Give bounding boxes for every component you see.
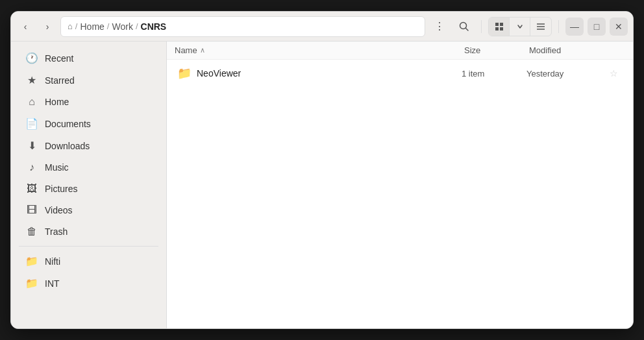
sidebar-label-downloads: Downloads	[45, 141, 90, 151]
trash-icon: 🗑	[25, 226, 38, 237]
sidebar-item-recent[interactable]: 🕐 Recent	[15, 47, 162, 69]
sidebar-item-nifti[interactable]: 📁 Nifti	[15, 250, 162, 272]
view-dropdown-button[interactable]	[510, 18, 530, 36]
sidebar-item-documents[interactable]: 📄 Documents	[15, 113, 162, 134]
list-icon	[536, 22, 545, 31]
downloads-icon: ⬇	[25, 140, 38, 152]
minimize-button[interactable]: —	[565, 18, 584, 36]
svg-line-1	[466, 28, 469, 30]
modified-column-header[interactable]: Modified	[529, 45, 607, 55]
sidebar-label-documents: Documents	[45, 119, 91, 129]
window-body: 🕐 Recent ★ Starred ⌂ Home 📄 Documents ⬇ …	[11, 42, 633, 328]
sidebar-label-music: Music	[45, 162, 69, 173]
search-icon	[459, 21, 469, 32]
sidebar-label-recent: Recent	[45, 53, 73, 64]
documents-icon: 📄	[25, 117, 38, 130]
close-button[interactable]: ✕	[610, 18, 628, 36]
svg-rect-2	[495, 23, 499, 26]
svg-rect-3	[500, 23, 503, 26]
sidebar-item-trash[interactable]: 🗑 Trash	[15, 221, 162, 242]
sidebar-label-home: Home	[45, 97, 69, 107]
file-size: 1 item	[462, 69, 526, 79]
sidebar-item-starred[interactable]: ★ Starred	[15, 69, 162, 91]
file-list: 📁 NeoViewer 1 item Yesterday ☆	[167, 60, 633, 328]
more-options-button[interactable]: ⋮	[429, 16, 450, 37]
home-nav-icon: ⌂	[25, 96, 38, 108]
music-icon: ♪	[25, 162, 38, 173]
sidebar-label-pictures: Pictures	[45, 184, 78, 194]
search-button[interactable]	[454, 16, 475, 37]
breadcrumb-current: CNRS	[141, 21, 167, 32]
breadcrumb-sep-3: /	[136, 21, 138, 31]
breadcrumb-work[interactable]: Work	[112, 21, 132, 32]
sidebar-item-downloads[interactable]: ⬇ Downloads	[15, 135, 162, 156]
file-modified: Yesterday	[526, 69, 604, 79]
breadcrumb-home[interactable]: Home	[80, 21, 104, 32]
titlebar: ‹ › ⌂ / Home / Work / CNRS ⋮	[11, 12, 633, 42]
sidebar-label-starred: Starred	[45, 75, 75, 86]
sidebar-label-videos: Videos	[45, 205, 73, 215]
int-folder-icon: 📁	[25, 277, 38, 289]
recent-icon: 🕐	[25, 52, 38, 64]
sidebar-item-int[interactable]: 📁 INT	[15, 273, 162, 294]
chevron-down-icon	[517, 23, 523, 30]
sidebar-item-home[interactable]: ⌂ Home	[15, 91, 162, 112]
list-view-button[interactable]	[530, 18, 551, 36]
sidebar-label-nifti: Nifti	[45, 256, 60, 267]
forward-button[interactable]: ›	[38, 18, 56, 36]
view-toggle	[488, 17, 552, 36]
back-button[interactable]: ‹	[16, 18, 34, 36]
svg-rect-5	[500, 27, 503, 30]
grid-icon	[495, 22, 504, 31]
sidebar-item-videos[interactable]: 🎞 Videos	[15, 200, 162, 221]
videos-icon: 🎞	[25, 204, 38, 216]
file-manager-window: ‹ › ⌂ / Home / Work / CNRS ⋮	[10, 11, 634, 329]
sort-icon: ∧	[200, 46, 205, 55]
sidebar-item-music[interactable]: ♪ Music	[15, 157, 162, 178]
sidebar: 🕐 Recent ★ Starred ⌂ Home 📄 Documents ⬇ …	[11, 42, 167, 328]
starred-icon: ★	[25, 74, 38, 86]
star-toggle[interactable]: ☆	[604, 68, 623, 79]
maximize-button[interactable]: □	[588, 18, 606, 36]
home-icon: ⌂	[68, 21, 73, 31]
svg-rect-4	[495, 27, 499, 30]
breadcrumb: ⌂ / Home / Work / CNRS	[60, 16, 425, 37]
pictures-icon: 🖼	[25, 183, 38, 195]
grid-view-button[interactable]	[489, 18, 510, 36]
size-column-header[interactable]: Size	[464, 45, 529, 55]
sidebar-item-pictures[interactable]: 🖼 Pictures	[15, 178, 162, 199]
nifti-folder-icon: 📁	[25, 255, 38, 267]
breadcrumb-sep-2: /	[107, 21, 110, 31]
breadcrumb-sep-1: /	[75, 21, 78, 31]
file-name: 📁 NeoViewer	[177, 66, 462, 80]
sidebar-divider	[19, 246, 158, 247]
sidebar-label-int: INT	[45, 278, 60, 289]
name-column-header[interactable]: Name ∧	[175, 45, 464, 55]
folder-icon: 📁	[177, 66, 192, 80]
separator	[481, 20, 482, 33]
sidebar-label-trash: Trash	[45, 226, 68, 237]
column-headers: Name ∧ Size Modified	[167, 42, 633, 60]
file-content-area: Name ∧ Size Modified 📁 NeoViewer	[167, 42, 633, 328]
table-row[interactable]: 📁 NeoViewer 1 item Yesterday ☆	[169, 63, 630, 84]
separator-2	[558, 20, 559, 33]
